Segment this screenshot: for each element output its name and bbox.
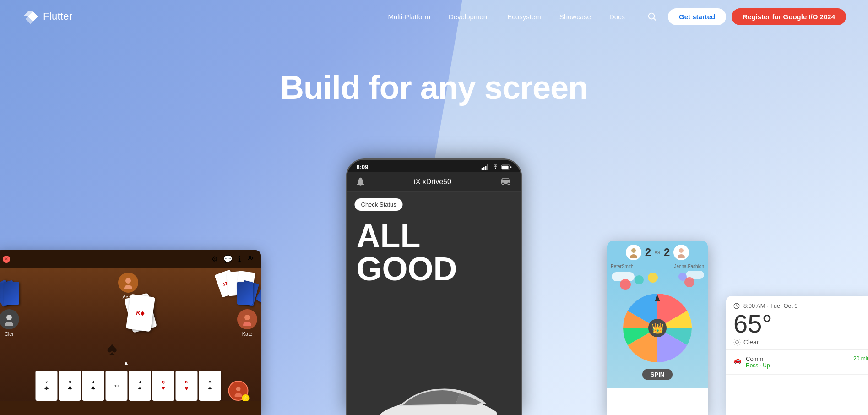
spade-decoration: ♠ [107, 338, 117, 360]
spin-button[interactable]: SPIN [642, 369, 673, 380]
card-game-toolbar: ⚙ 💬 ℹ 👁 [212, 255, 254, 263]
sun-icon [733, 339, 741, 346]
gear-icon: ⚙ [212, 255, 218, 263]
weather-description: Clear [733, 339, 868, 346]
svg-rect-16 [487, 164, 488, 170]
weather-time-text: 8:00 AM · Tue, Oct 9 [743, 302, 798, 309]
player-left: Cler [0, 309, 19, 337]
spin-wheel-area: 👑 SPIN [607, 268, 708, 388]
flutter-logo-icon [22, 8, 38, 25]
notification-comm: 🚗 Comm Ross · Up 20 min [726, 350, 868, 375]
nav-links: Multi-Platform Development Ecosystem Sho… [380, 9, 632, 24]
navbar: Flutter Multi-Platform Development Ecosy… [0, 0, 868, 33]
bmw-phone-device: 8:09 iX xDrive50 Check Status ALL GOOD [346, 158, 522, 415]
score1: 2 [645, 246, 651, 259]
notification-minutes: 20 min [853, 355, 868, 362]
hand-card-A: A♠ [199, 371, 221, 401]
bmw-car-svg [356, 377, 512, 415]
bmw-app-content: Check Status ALL GOOD [347, 192, 521, 415]
nav-item-docs[interactable]: Docs [602, 9, 632, 24]
vs-label: vs [655, 249, 660, 256]
svg-point-10 [243, 322, 251, 326]
all-good-headline: ALL GOOD [347, 219, 467, 285]
svg-point-31 [679, 248, 684, 253]
nav-item-showcase[interactable]: Showcase [552, 9, 598, 24]
svg-line-4 [654, 18, 656, 21]
hand-card-J2: J♠ [129, 371, 151, 401]
get-started-button[interactable]: Get started [668, 8, 726, 25]
svg-point-30 [630, 254, 637, 258]
register-google-io-button[interactable]: Register for Google I/O 2024 [732, 8, 846, 25]
svg-rect-18 [502, 165, 509, 168]
svg-point-6 [124, 285, 132, 289]
clock-icon [733, 303, 740, 309]
spin-game-device: 2 vs 2 PeterSmith Jenna.Fashion [607, 241, 708, 415]
weather-widget-device: 8:00 AM · Tue, Oct 9 65° Clear 🚗 Comm Ro… [726, 296, 868, 415]
search-button[interactable] [643, 8, 661, 25]
bell-icon [356, 177, 366, 187]
wifi-icon [492, 164, 499, 170]
svg-rect-19 [510, 166, 512, 168]
player1-avatar [626, 245, 641, 260]
eye-icon: 👁 [246, 255, 254, 263]
car-image [347, 337, 521, 415]
signal-icon [482, 164, 490, 170]
player2-avatar [673, 245, 689, 260]
card-game-table: Anna Cler Kate 7 ♠ [0, 268, 261, 401]
hand-card-Q: Q♥ [152, 371, 174, 401]
player-names: PeterSmith Jenna.Fashion [607, 264, 708, 268]
svg-point-34 [635, 275, 644, 284]
hand-card-10: 10 [106, 371, 128, 401]
player-left-name: Cler [0, 331, 19, 337]
bmw-navbar: iX xDrive50 [347, 172, 521, 192]
weather-condition: Clear [743, 339, 759, 346]
hand-card-7: 7♣ [36, 371, 58, 401]
nav-item-development[interactable]: Development [441, 9, 496, 24]
notification-title: Comm [746, 355, 770, 362]
svg-point-33 [620, 279, 631, 290]
svg-line-46 [739, 344, 739, 344]
spin-wheel-svg: 👑 [621, 291, 694, 365]
card-game-header: ✕ ⚙ 💬 ℹ 👁 [0, 250, 261, 268]
svg-point-9 [244, 315, 250, 320]
svg-text:👑: 👑 [651, 322, 664, 334]
svg-line-49 [735, 344, 735, 344]
hero-title: Build for any screen [0, 70, 868, 106]
arrow-indicator: ▲ [123, 359, 129, 366]
hero-content: Build for any screen [0, 33, 868, 106]
nav-item-multi-platform[interactable]: Multi-Platform [380, 9, 438, 24]
nav-item-ecosystem[interactable]: Ecosystem [500, 9, 548, 24]
car-nav-icon [500, 177, 513, 186]
svg-point-35 [648, 273, 658, 283]
player1-name: PeterSmith [611, 264, 633, 268]
svg-point-5 [125, 278, 131, 284]
chat-icon: 💬 [223, 255, 233, 263]
check-status-button[interactable]: Check Status [355, 198, 403, 211]
svg-line-45 [735, 340, 735, 340]
player-bottom-avatar: ⭐ [228, 381, 249, 401]
notification-subtitle: Ross · Up [746, 362, 770, 369]
svg-line-50 [739, 340, 739, 340]
battery-icon [502, 164, 512, 170]
close-icon[interactable]: ✕ [3, 256, 10, 263]
spin-game-header: 2 vs 2 PeterSmith Jenna.Fashion [607, 241, 708, 268]
card-game-device: ✕ ⚙ 💬 ℹ 👁 Anna Cler [0, 250, 261, 415]
notification-icon: 🚗 [733, 356, 741, 364]
svg-point-8 [5, 322, 13, 326]
svg-rect-15 [485, 166, 487, 170]
player-hand: 7♣ 9♣ J♣ 10 J♠ Q♥ K♥ [36, 371, 221, 401]
player-right: Kate [237, 309, 257, 337]
player-right-name: Kate [237, 331, 257, 337]
phone-time: 8:09 [357, 164, 369, 170]
svg-point-32 [678, 254, 685, 258]
search-icon [647, 11, 657, 22]
score2: 2 [664, 246, 670, 259]
bmw-app-title: iX xDrive50 [414, 178, 451, 186]
svg-point-12 [235, 393, 242, 397]
svg-point-29 [631, 248, 636, 253]
hand-card-K: K♥ [176, 371, 198, 401]
weather-time: 8:00 AM · Tue, Oct 9 [733, 302, 868, 309]
weather-temperature: 65° [733, 311, 868, 337]
logo-text: Flutter [43, 11, 72, 22]
svg-point-11 [236, 387, 241, 391]
